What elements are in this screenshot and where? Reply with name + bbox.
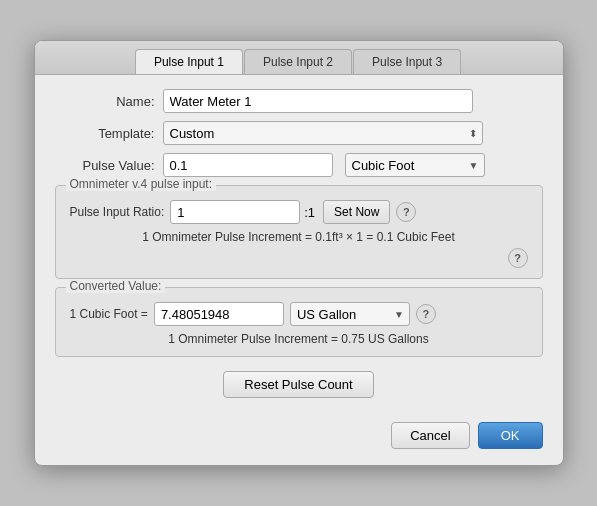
pulse-value-row: Pulse Value: Cubic Foot US Gallon Liter …	[55, 153, 543, 177]
tab-pulse1[interactable]: Pulse Input 1	[135, 49, 243, 74]
template-select-wrap: Custom ⬍	[163, 121, 483, 145]
tab-pulse2[interactable]: Pulse Input 2	[244, 49, 352, 74]
converted-unit-wrap: US Gallon Liter Cubic Foot ▼	[290, 302, 410, 326]
converted-section-content: 1 Cubic Foot = US Gallon Liter Cubic Foo…	[70, 302, 528, 346]
pulse-unit-wrap: Cubic Foot US Gallon Liter ▼	[345, 153, 485, 177]
omnimeter-section-label: Omnimeter v.4 pulse input:	[66, 177, 217, 191]
reset-btn-row: Reset Pulse Count	[55, 371, 543, 398]
omnimeter-section-content: Pulse Input Ratio: :1 Set Now ? 1 Omnime…	[70, 200, 528, 268]
ratio-colon: :1	[304, 205, 315, 220]
converted-section-label: Converted Value:	[66, 279, 166, 293]
pulse-value-input[interactable]	[163, 153, 333, 177]
omnimeter-pulse-info: 1 Omnimeter Pulse Increment = 0.1ft³ × 1…	[70, 230, 528, 244]
template-row: Template: Custom ⬍	[55, 121, 543, 145]
tab-pulse3[interactable]: Pulse Input 3	[353, 49, 461, 74]
pulse-unit-select[interactable]: Cubic Foot US Gallon Liter	[345, 153, 485, 177]
cancel-button[interactable]: Cancel	[391, 422, 469, 449]
name-row: Name:	[55, 89, 543, 113]
dialog: Pulse Input 1 Pulse Input 2 Pulse Input …	[34, 40, 564, 466]
ratio-input[interactable]	[170, 200, 300, 224]
omnimeter-ratio-help-button[interactable]: ?	[396, 202, 416, 222]
omnimeter-info-help-button[interactable]: ?	[508, 248, 528, 268]
pulse-value-label: Pulse Value:	[55, 158, 155, 173]
bottom-bar: Cancel OK	[35, 412, 563, 449]
cubic-foot-label: 1 Cubic Foot =	[70, 307, 148, 321]
ok-button[interactable]: OK	[478, 422, 543, 449]
converted-unit-select[interactable]: US Gallon Liter Cubic Foot	[290, 302, 410, 326]
converted-row: 1 Cubic Foot = US Gallon Liter Cubic Foo…	[70, 302, 528, 326]
set-now-button[interactable]: Set Now	[323, 200, 390, 224]
converted-help-button[interactable]: ?	[416, 304, 436, 324]
converted-info: 1 Omnimeter Pulse Increment = 0.75 US Ga…	[70, 332, 528, 346]
template-label: Template:	[55, 126, 155, 141]
tab-bar: Pulse Input 1 Pulse Input 2 Pulse Input …	[35, 41, 563, 75]
reset-pulse-count-button[interactable]: Reset Pulse Count	[223, 371, 373, 398]
ratio-label: Pulse Input Ratio:	[70, 205, 165, 219]
template-select[interactable]: Custom	[163, 121, 483, 145]
omnimeter-section: Omnimeter v.4 pulse input: Pulse Input R…	[55, 185, 543, 279]
converted-section: Converted Value: 1 Cubic Foot = US Gallo…	[55, 287, 543, 357]
name-label: Name:	[55, 94, 155, 109]
name-input[interactable]	[163, 89, 473, 113]
converted-value-input[interactable]	[154, 302, 284, 326]
dialog-content: Name: Template: Custom ⬍ Pulse Value: Cu…	[35, 75, 563, 412]
ratio-row: Pulse Input Ratio: :1 Set Now ?	[70, 200, 528, 224]
